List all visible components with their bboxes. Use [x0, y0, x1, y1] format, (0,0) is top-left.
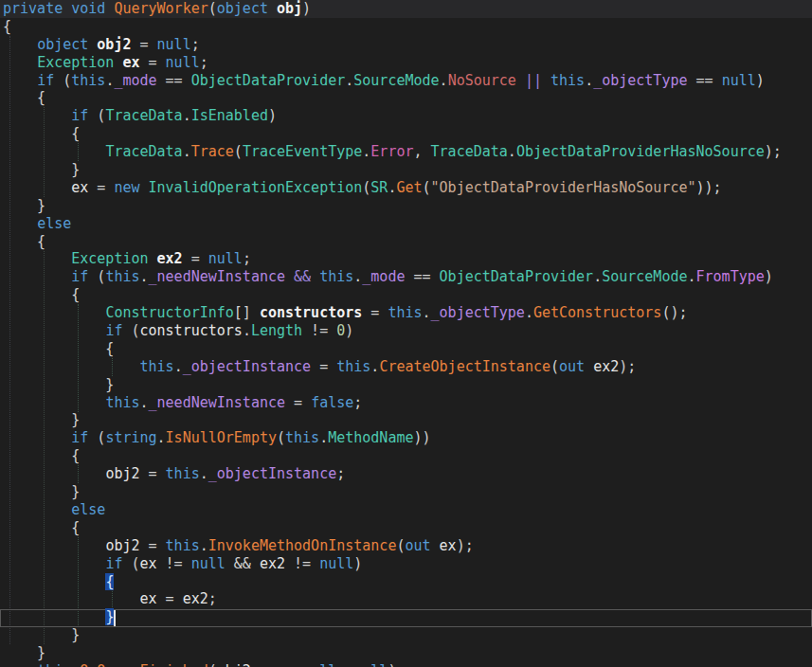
code-line[interactable]: } [0, 161, 812, 179]
code-token: != [157, 555, 191, 572]
code-line[interactable]: else [0, 215, 812, 233]
code-token: , [251, 662, 268, 667]
code-line[interactable]: if (TraceData.IsEnabled) [0, 107, 812, 125]
code-line[interactable]: else [0, 501, 812, 519]
code-line[interactable]: { [0, 286, 812, 304]
code-token: . [183, 107, 191, 124]
code-token [3, 429, 71, 446]
code-token: ; [208, 590, 217, 607]
code-token: InvokeMethodOnInstance [208, 537, 397, 554]
code-line[interactable]: { [0, 519, 812, 537]
code-token: null [722, 72, 756, 89]
code-token [268, 0, 277, 17]
code-token: obj2 [97, 36, 131, 53]
code-token: ) [345, 322, 353, 339]
code-token: ConstructorInfo [105, 304, 233, 321]
code-line[interactable]: Exception ex = null; [0, 54, 812, 72]
code-line[interactable]: TraceData.Trace(TraceEventType.Error, Tr… [0, 143, 812, 161]
code-line[interactable]: obj2 = this.InvokeMethodOnInstance(out e… [0, 537, 812, 555]
code-token: ex [122, 54, 139, 71]
code-token: ( [54, 72, 71, 89]
code-line[interactable]: { [0, 573, 812, 591]
code-token: ); [619, 358, 636, 375]
code-token: { [3, 89, 45, 106]
code-line[interactable]: if (ex != null && ex2 != null) [0, 555, 812, 573]
code-token: = [140, 537, 166, 554]
code-token: _needNewInstance [149, 394, 286, 411]
code-token [3, 501, 71, 518]
code-line[interactable]: this._needNewInstance = false; [0, 394, 812, 412]
code-token [311, 268, 319, 285]
code-line[interactable]: } [0, 411, 812, 429]
code-token: _mode [114, 72, 156, 89]
code-token: _objectInstance [208, 465, 336, 482]
code-token: . [71, 662, 80, 667]
code-line[interactable]: { [0, 89, 812, 107]
code-token: ( [88, 107, 105, 124]
code-token: obj [277, 0, 302, 17]
code-token: if [37, 72, 54, 89]
code-token [3, 143, 105, 160]
code-token: && [234, 555, 251, 572]
matched-brace: { [105, 573, 114, 590]
code-token [3, 358, 140, 375]
code-line[interactable]: } [0, 644, 812, 662]
code-line[interactable]: } [0, 608, 812, 626]
code-token: null [166, 54, 200, 71]
code-token: ; [353, 394, 362, 411]
code-token: if [71, 107, 88, 124]
code-token: ( [362, 179, 370, 196]
code-token: TraceEventType [243, 143, 362, 160]
code-token: == [157, 72, 191, 89]
code-token: Trace [191, 143, 234, 160]
code-editor[interactable]: private void QueryWorker(object obj){ ob… [0, 0, 812, 667]
code-token: void [71, 0, 105, 17]
code-token: 0 [336, 322, 345, 339]
code-token: QueryWorker [114, 0, 208, 17]
code-line[interactable]: Exception ex2 = null; [0, 250, 812, 268]
code-line[interactable]: obj2 = this._objectInstance; [0, 465, 812, 483]
code-token: null [302, 662, 336, 667]
code-token: . [593, 268, 602, 285]
code-line[interactable]: { [0, 340, 812, 358]
code-token: string [105, 429, 156, 446]
code-line[interactable]: if (constructors.Length != 0) [0, 322, 812, 340]
code-token [3, 608, 105, 625]
code-line[interactable]: ex = ex2; [0, 590, 812, 608]
code-line[interactable]: } [0, 626, 812, 644]
code-line[interactable]: } [0, 376, 812, 394]
code-token: "ObjectDataProviderHasNoSource" [431, 179, 696, 196]
code-token: ex2 [593, 358, 619, 375]
code-token: _objectType [593, 72, 687, 89]
code-line[interactable]: this.OnQueryFinished(obj2, ex, null, nul… [0, 662, 812, 667]
code-token: . [243, 322, 251, 339]
code-token: = [131, 36, 156, 53]
code-token: this [550, 72, 585, 89]
code-token [140, 179, 149, 196]
code-token: { [3, 340, 114, 357]
code-line[interactable]: if (string.IsNullOrEmpty(this.MethodName… [0, 429, 812, 447]
code-line[interactable]: { [0, 18, 812, 36]
code-token: . [353, 268, 362, 285]
code-token: SR [370, 179, 388, 196]
code-line[interactable]: if (this._mode == ObjectDataProvider.Sou… [0, 72, 812, 90]
code-line[interactable]: } [0, 483, 812, 501]
code-token: . [345, 72, 353, 89]
code-line[interactable]: ConstructorInfo[] constructors = this._o… [0, 304, 812, 322]
code-token: FromType [696, 268, 765, 285]
code-token: ( [423, 179, 431, 196]
code-line[interactable]: this._objectInstance = this.CreateObject… [0, 358, 812, 376]
code-line[interactable]: ex = new InvalidOperationException(SR.Ge… [0, 179, 812, 197]
code-line[interactable]: object obj2 = null; [0, 36, 812, 54]
code-token: ex [71, 179, 88, 196]
code-line[interactable]: if (this._needNewInstance && this._mode … [0, 268, 812, 286]
code-line[interactable]: { [0, 447, 812, 465]
code-token [251, 555, 260, 572]
code-line[interactable]: } [0, 197, 812, 215]
code-token: SourceMode [353, 72, 439, 89]
code-line[interactable]: { [0, 233, 812, 251]
code-token: out [559, 358, 585, 375]
code-line[interactable]: { [0, 125, 812, 143]
code-line[interactable]: private void QueryWorker(object obj) [0, 0, 812, 18]
code-token [226, 555, 234, 572]
